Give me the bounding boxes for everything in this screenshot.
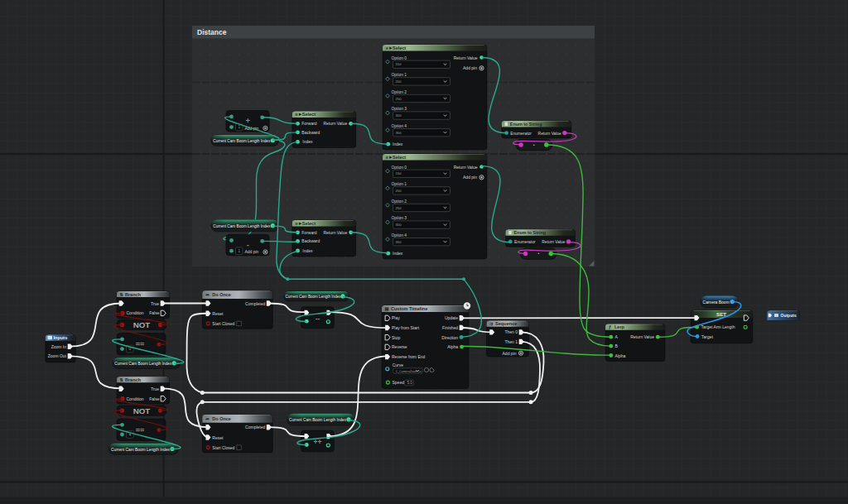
svg-text:-: - (247, 240, 249, 249)
svg-text:Current Cam Boom Length Index: Current Cam Boom Length Index (286, 294, 341, 299)
svg-text:Alpha: Alpha (447, 344, 458, 349)
svg-text:350: 350 (396, 131, 402, 135)
svg-text:Branch: Branch (125, 377, 142, 382)
svg-text:200: 200 (396, 189, 402, 193)
svg-text:--: -- (316, 314, 320, 323)
svg-text:Option 3: Option 3 (392, 107, 407, 111)
svg-text:Custom Timeline: Custom Timeline (391, 306, 427, 311)
svg-text:⇅: ⇅ (120, 292, 124, 297)
svg-text:True: True (151, 301, 159, 306)
svg-text:Curve: Curve (393, 362, 404, 367)
svg-text:Return Value: Return Value (323, 230, 347, 235)
svg-text:==: == (136, 426, 145, 434)
svg-text:Current Cam Boom Length Index: Current Cam Boom Length Index (289, 417, 346, 422)
svg-text:300: 300 (396, 113, 402, 118)
svg-text:Then 0: Then 0 (504, 329, 518, 334)
svg-text:Forward: Forward (301, 230, 317, 235)
svg-text:250: 250 (396, 206, 402, 210)
svg-text:150: 150 (396, 62, 402, 66)
svg-text:Completed: Completed (245, 301, 265, 306)
svg-text:Enum to String: Enum to String (510, 122, 542, 127)
svg-text:Current Cam Boom Length Index: Current Cam Boom Length Index (111, 447, 170, 452)
svg-text:▤: ▤ (385, 306, 389, 311)
svg-text:Direction: Direction (441, 335, 458, 340)
svg-text:Lerp: Lerp (614, 324, 625, 329)
svg-text:Enum to String: Enum to String (514, 230, 547, 235)
svg-text:Outputs: Outputs (781, 313, 797, 318)
svg-text:Return Value: Return Value (542, 240, 565, 244)
svg-text:Branch: Branch (125, 292, 142, 297)
svg-text:Return Value: Return Value (454, 165, 478, 170)
svg-text:300: 300 (396, 223, 402, 227)
svg-text:Return Value: Return Value (323, 121, 347, 126)
svg-text:Select: Select (393, 46, 406, 50)
svg-text:Backward: Backward (301, 238, 320, 243)
svg-text:Then 1: Then 1 (504, 339, 518, 344)
svg-text:==: == (136, 340, 145, 348)
svg-text:Select: Select (393, 155, 406, 160)
svg-text:Option 4: Option 4 (392, 124, 407, 128)
svg-text:Option 0: Option 0 (392, 166, 407, 170)
svg-text:Play: Play (392, 315, 400, 320)
svg-text:200: 200 (396, 79, 402, 84)
svg-text:Return Value: Return Value (538, 132, 561, 136)
svg-text:Current Cam Boom Length Index: Current Cam Boom Length Index (213, 223, 270, 228)
svg-text:Option 3: Option 3 (392, 216, 407, 220)
svg-text:⇅: ⇅ (120, 377, 124, 382)
svg-text:➦: ➦ (205, 416, 210, 421)
svg-text:Option 1: Option 1 (392, 73, 407, 77)
svg-text:➦: ➦ (205, 292, 210, 297)
svg-text:Reverse from End: Reverse from End (392, 354, 426, 359)
svg-text:Index: Index (302, 248, 313, 253)
svg-text:1: 1 (238, 125, 240, 129)
svg-text:SET: SET (716, 311, 726, 317)
svg-text:Speed: Speed (393, 380, 405, 385)
svg-text:Reset: Reset (212, 435, 224, 440)
svg-text:Select: Select (302, 112, 316, 117)
svg-text:350: 350 (396, 240, 402, 244)
svg-text:Current Cam Boom Length Index: Current Cam Boom Length Index (213, 138, 270, 143)
svg-text:Forward: Forward (301, 121, 317, 126)
svg-text:Condition: Condition (127, 310, 144, 315)
svg-text:Add pin: Add pin (503, 351, 517, 356)
svg-text:Inputs: Inputs (54, 335, 68, 340)
svg-text:True: True (151, 386, 159, 391)
svg-text:Completed: Completed (245, 425, 265, 430)
svg-text:Add pin: Add pin (463, 175, 477, 180)
svg-text:Finished: Finished (442, 325, 458, 330)
svg-text:Target Arm Length: Target Arm Length (701, 324, 735, 329)
svg-text:Condition: Condition (127, 396, 144, 401)
svg-text:Zoom In: Zoom In (51, 344, 67, 349)
svg-text:Alpha: Alpha (615, 353, 626, 358)
svg-text:NOT: NOT (133, 406, 151, 415)
svg-text:Select: Select (302, 221, 316, 226)
svg-text:Index: Index (393, 251, 403, 256)
svg-text:1: 1 (238, 249, 240, 253)
svg-text:Return Value: Return Value (454, 55, 478, 60)
svg-text:False: False (149, 310, 159, 315)
svg-text:Stop: Stop (392, 335, 401, 340)
svg-text:Add pin: Add pin (463, 65, 477, 70)
svg-text:Current Cam Boom Length Index: Current Cam Boom Length Index (114, 361, 171, 366)
svg-text:Do Once: Do Once (212, 292, 231, 297)
svg-text:NOT: NOT (133, 320, 151, 329)
svg-text:Zoom Out: Zoom Out (48, 353, 67, 358)
svg-text:Do Once: Do Once (212, 416, 231, 421)
svg-text:Target: Target (701, 334, 714, 339)
svg-text:Option 1: Option 1 (392, 182, 407, 186)
svg-text:150: 150 (396, 171, 402, 175)
svg-text:Reset: Reset (212, 311, 224, 316)
svg-text:Start Closed: Start Closed (212, 322, 234, 326)
svg-text:250: 250 (396, 97, 402, 101)
svg-text:Enumerator: Enumerator (514, 240, 536, 244)
svg-text:Index: Index (393, 142, 403, 146)
svg-text:Reverse: Reverse (392, 344, 407, 349)
svg-text:ƒ: ƒ (609, 324, 611, 329)
svg-text:Option 2: Option 2 (392, 199, 407, 204)
svg-text:Distance: Distance (197, 28, 227, 36)
svg-text:5.0: 5.0 (407, 381, 413, 385)
svg-text:Add pin: Add pin (244, 249, 258, 254)
svg-text:Start Closed: Start Closed (212, 446, 234, 450)
svg-text:Update: Update (445, 315, 458, 320)
svg-text:Return Value: Return Value (630, 334, 654, 339)
